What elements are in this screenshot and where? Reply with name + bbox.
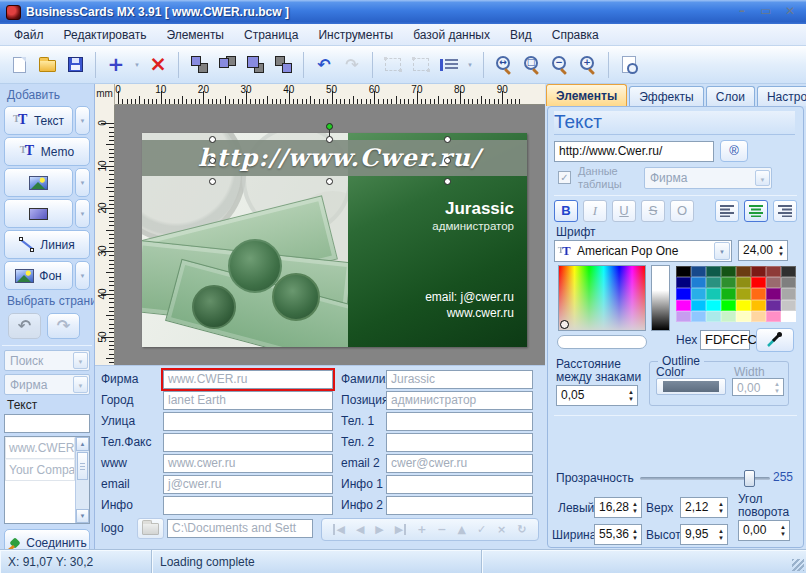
field-input-Инфо[interactable] bbox=[163, 496, 333, 515]
palette-swatch[interactable] bbox=[706, 277, 721, 288]
palette-swatch[interactable] bbox=[691, 277, 706, 288]
print-preview-button[interactable] bbox=[616, 51, 642, 79]
top-spinner[interactable]: 2,12▲▼ bbox=[680, 497, 728, 518]
table-data-checkbox[interactable]: ✓ bbox=[558, 171, 571, 184]
palette-swatch[interactable] bbox=[721, 266, 736, 277]
palette-swatch[interactable] bbox=[781, 288, 796, 299]
rotation-handle[interactable] bbox=[326, 123, 333, 130]
palette-swatch[interactable] bbox=[721, 311, 736, 322]
tab-Эффекты[interactable]: Эффекты bbox=[629, 86, 704, 106]
palette-swatch[interactable] bbox=[751, 300, 766, 311]
spacing-spinner[interactable]: 0,05▲▼ bbox=[556, 385, 638, 406]
field-input-email[interactable]: j@cwer.ru bbox=[163, 475, 333, 494]
scroll-down-icon[interactable]: ▼ bbox=[76, 509, 89, 523]
search-dropdown[interactable]: Поиск bbox=[4, 350, 90, 371]
chevron-down-icon[interactable] bbox=[73, 376, 88, 393]
palette-swatch[interactable] bbox=[721, 300, 736, 311]
palette-swatch[interactable] bbox=[781, 311, 796, 322]
delete-element-button[interactable] bbox=[145, 51, 171, 79]
strikethrough-button[interactable]: S bbox=[641, 200, 665, 222]
add-background-button[interactable]: Фон bbox=[4, 261, 73, 290]
menu-item-Файл[interactable]: Файл bbox=[4, 25, 54, 45]
last-record-button[interactable]: ▶ bbox=[395, 524, 406, 535]
close-button[interactable]: ✕ bbox=[780, 4, 800, 20]
card-name-text[interactable]: Jurassic bbox=[445, 199, 514, 219]
palette-swatch[interactable] bbox=[766, 311, 781, 322]
element-text-input[interactable]: http://www.Cwer.ru/ bbox=[554, 141, 714, 162]
field-input-Город[interactable]: lanet Earth bbox=[163, 391, 333, 410]
height-spinner[interactable]: 9,95▲▼ bbox=[680, 524, 728, 545]
field-input-Фамилия[interactable]: Jurassic bbox=[386, 370, 533, 389]
palette-swatch[interactable] bbox=[676, 311, 691, 322]
send-to-back-button[interactable] bbox=[214, 51, 240, 79]
hue-slider[interactable] bbox=[557, 335, 647, 349]
card-contact-text[interactable]: email: j@cwer.ru www.cwer.ru bbox=[425, 289, 514, 321]
post-record-button[interactable]: ✓ bbox=[477, 524, 486, 535]
chevron-down-icon[interactable] bbox=[714, 242, 730, 260]
palette-swatch[interactable] bbox=[751, 311, 766, 322]
redo-button[interactable] bbox=[339, 51, 365, 79]
palette-swatch[interactable] bbox=[706, 300, 721, 311]
menu-item-Инструменты[interactable]: Инструменты bbox=[308, 25, 403, 45]
logo-path-input[interactable]: C:\Documents and Sett bbox=[167, 519, 313, 538]
hex-input[interactable]: FDFCFC bbox=[700, 330, 750, 350]
table-field-dropdown[interactable]: Фирма bbox=[644, 167, 772, 189]
palette-swatch[interactable] bbox=[736, 288, 751, 299]
zoom-page-button[interactable]: □ bbox=[519, 51, 545, 79]
field-input-Фирма[interactable]: www.CWER.ru bbox=[163, 370, 333, 389]
selection-handle[interactable] bbox=[209, 157, 216, 164]
field-input-Инфо 1[interactable] bbox=[386, 475, 533, 494]
menu-item-базой данных[interactable]: базой данных bbox=[403, 25, 500, 45]
resize-grip[interactable] bbox=[792, 559, 804, 571]
align-right-button[interactable] bbox=[773, 200, 797, 222]
search-text-input[interactable] bbox=[4, 414, 90, 433]
scroll-up-icon[interactable]: ▲ bbox=[76, 437, 89, 451]
menu-item-Справка[interactable]: Справка bbox=[542, 25, 609, 45]
list-item[interactable]: www.CWER. bbox=[5, 437, 75, 459]
grayscale-strip[interactable] bbox=[651, 265, 670, 331]
add-image-button[interactable] bbox=[4, 168, 73, 197]
add-element-dropdown[interactable] bbox=[131, 51, 143, 79]
selection-handle[interactable] bbox=[209, 136, 216, 143]
field-input-Инфо 2[interactable] bbox=[386, 496, 533, 515]
add-rectangle-button[interactable] bbox=[4, 199, 73, 228]
field-input-Улица[interactable] bbox=[163, 412, 333, 431]
field-input-email 2[interactable]: cwer@cwer.ru bbox=[386, 454, 533, 473]
palette-swatch[interactable] bbox=[781, 266, 796, 277]
menu-item-Вид[interactable]: Вид bbox=[500, 25, 542, 45]
bring-forward-button[interactable] bbox=[242, 51, 268, 79]
align-center-button[interactable] bbox=[744, 200, 768, 222]
menu-item-Редактировать[interactable]: Редактировать bbox=[54, 25, 157, 45]
selection-handle[interactable] bbox=[444, 157, 451, 164]
outline-color-swatch[interactable] bbox=[656, 378, 726, 395]
palette-swatch[interactable] bbox=[676, 288, 691, 299]
palette-swatch[interactable] bbox=[706, 266, 721, 277]
field-input-Тел.Факс[interactable] bbox=[163, 433, 333, 452]
add-background-dropdown[interactable] bbox=[75, 261, 90, 290]
search-results-list[interactable]: ▲ ▼ www.CWER.Your Compar bbox=[4, 436, 90, 524]
font-dropdown[interactable]: TT American Pop One bbox=[554, 240, 732, 262]
edit-record-button[interactable]: ▲ bbox=[458, 524, 466, 535]
palette-swatch[interactable] bbox=[706, 288, 721, 299]
field-input-Тел. 1[interactable] bbox=[386, 412, 533, 431]
add-memo-button[interactable]: TTMemo bbox=[4, 137, 90, 166]
palette-swatch[interactable] bbox=[766, 288, 781, 299]
add-text-dropdown[interactable] bbox=[75, 106, 90, 135]
palette-swatch[interactable] bbox=[781, 300, 796, 311]
palette-swatch[interactable] bbox=[766, 277, 781, 288]
align-left-button[interactable] bbox=[715, 200, 739, 222]
palette-swatch[interactable] bbox=[736, 266, 751, 277]
bold-button[interactable]: B bbox=[554, 200, 578, 222]
maximize-button[interactable]: ▭ bbox=[756, 4, 776, 20]
palette-swatch[interactable] bbox=[691, 266, 706, 277]
palette-swatch[interactable] bbox=[736, 311, 751, 322]
tab-Элементы[interactable]: Элементы bbox=[546, 84, 627, 106]
palette-swatch[interactable] bbox=[691, 300, 706, 311]
align-dropdown[interactable] bbox=[464, 51, 476, 79]
selection-handle[interactable] bbox=[444, 178, 451, 185]
cancel-record-button[interactable]: × bbox=[497, 524, 506, 535]
color-gradient-picker[interactable] bbox=[558, 265, 646, 331]
tab-Настройки[interactable]: Настройки bbox=[757, 86, 806, 106]
list-scrollbar[interactable]: ▲ ▼ bbox=[75, 437, 89, 523]
refresh-records-button[interactable]: ↻ bbox=[517, 524, 526, 535]
